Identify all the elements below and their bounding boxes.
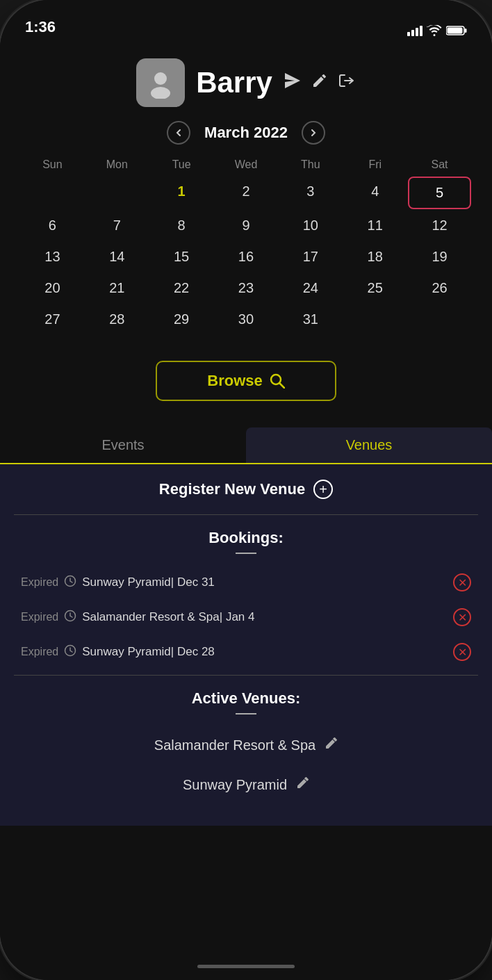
cal-cell[interactable]: 15 bbox=[150, 242, 213, 272]
status-time: 1:36 bbox=[25, 18, 56, 36]
status-icons bbox=[407, 25, 467, 36]
cal-cell[interactable]: 24 bbox=[279, 273, 342, 303]
cal-cell[interactable] bbox=[85, 177, 149, 209]
booking-item-1: Expired Sunway Pyramid| Dec 31 ✕ bbox=[0, 565, 492, 600]
booking-1-name: Sunway Pyramid| Dec 31 bbox=[82, 575, 448, 589]
bookings-section: Bookings: Expired Sunway Pyramid| Dec 31… bbox=[0, 515, 492, 669]
venue-2-edit-icon[interactable] bbox=[295, 776, 309, 794]
day-header-thu: Thu bbox=[279, 154, 342, 175]
calendar-title: March 2022 bbox=[204, 124, 288, 142]
cal-cell[interactable]: 4 bbox=[343, 177, 407, 209]
profile-icons bbox=[284, 72, 356, 94]
day-header-tue: Tue bbox=[150, 154, 213, 175]
register-venue-label: Register New Venue bbox=[159, 480, 305, 498]
cal-cell[interactable]: 30 bbox=[215, 304, 278, 334]
svg-line-6 bbox=[279, 384, 284, 389]
cal-cell[interactable]: 11 bbox=[343, 211, 407, 240]
cal-cell[interactable]: 7 bbox=[85, 211, 149, 240]
booking-2-name: Salamander Resort & Spa| Jan 4 bbox=[82, 610, 448, 624]
booking-1-status: Expired bbox=[21, 576, 58, 589]
home-bar-line bbox=[197, 965, 295, 968]
tab-venues[interactable]: Venues bbox=[246, 427, 492, 463]
register-venue-plus-icon: + bbox=[313, 480, 333, 499]
venue-1-name: Salamander Resort & Spa bbox=[154, 737, 315, 753]
home-bar bbox=[0, 952, 492, 980]
next-month-button[interactable] bbox=[302, 121, 325, 145]
booking-1-remove-button[interactable]: ✕ bbox=[453, 573, 471, 591]
day-header-sat: Sat bbox=[408, 154, 471, 175]
search-icon bbox=[270, 373, 285, 389]
cal-cell[interactable]: 8 bbox=[150, 211, 213, 240]
cal-cell[interactable]: 1 bbox=[150, 177, 213, 209]
booking-item-2: Expired Salamander Resort & Spa| Jan 4 ✕ bbox=[0, 600, 492, 635]
cal-cell[interactable]: 19 bbox=[408, 242, 471, 272]
cal-cell[interactable]: 18 bbox=[343, 242, 407, 272]
prev-month-button[interactable] bbox=[167, 121, 190, 145]
cal-cell[interactable]: 31 bbox=[279, 304, 342, 334]
active-venues-title: Active Venues: bbox=[0, 676, 492, 710]
browse-label: Browse bbox=[207, 372, 262, 390]
day-header-mon: Mon bbox=[85, 154, 149, 175]
cal-cell[interactable]: 3 bbox=[279, 177, 342, 209]
phone-frame: 1:36 bbox=[0, 0, 492, 980]
booking-2-status: Expired bbox=[21, 611, 58, 623]
venue-item-1: Salamander Resort & Spa bbox=[0, 726, 492, 765]
status-bar: 1:36 bbox=[0, 0, 492, 42]
cal-cell[interactable] bbox=[21, 177, 84, 209]
cal-cell[interactable]: 22 bbox=[150, 273, 213, 303]
venue-1-edit-icon[interactable] bbox=[324, 737, 338, 754]
send-icon[interactable] bbox=[284, 72, 302, 94]
tab-bar: Events Venues bbox=[0, 427, 492, 464]
cal-cell[interactable]: 14 bbox=[85, 242, 149, 272]
cal-cell[interactable]: 28 bbox=[85, 304, 149, 334]
cal-cell[interactable]: 26 bbox=[408, 273, 471, 303]
browse-button[interactable]: Browse bbox=[156, 361, 336, 401]
booking-2-remove-button[interactable]: ✕ bbox=[453, 608, 471, 626]
day-header-wed: Wed bbox=[215, 154, 278, 175]
cal-cell[interactable]: 10 bbox=[279, 211, 342, 240]
cal-cell[interactable]: 9 bbox=[215, 211, 278, 240]
cal-cell[interactable]: 25 bbox=[343, 273, 407, 303]
svg-point-4 bbox=[151, 87, 170, 99]
tab-events[interactable]: Events bbox=[0, 427, 246, 463]
venue-item-2: Sunway Pyramid bbox=[0, 765, 492, 805]
calendar: March 2022 Sun Mon Tue Wed Thu Fri Sat 1… bbox=[0, 121, 492, 334]
booking-3-clock-icon bbox=[64, 644, 76, 660]
logout-icon[interactable] bbox=[338, 72, 356, 94]
cal-cell[interactable]: 2 bbox=[215, 177, 278, 209]
cal-cell[interactable]: 20 bbox=[21, 273, 84, 303]
register-venue-section[interactable]: Register New Venue + bbox=[0, 464, 492, 514]
day-header-fri: Fri bbox=[343, 154, 407, 175]
main-scroll: Barry bbox=[0, 42, 492, 952]
active-venues-section: Active Venues: Salamander Resort & Spa S… bbox=[0, 676, 492, 826]
cal-cell[interactable] bbox=[343, 304, 407, 334]
profile-section: Barry bbox=[0, 42, 492, 121]
cal-cell[interactable]: 16 bbox=[215, 242, 278, 272]
svg-rect-2 bbox=[448, 28, 463, 34]
tab-events-label: Events bbox=[101, 437, 144, 452]
booking-item-3: Expired Sunway Pyramid| Dec 28 ✕ bbox=[0, 635, 492, 669]
cal-cell[interactable]: 12 bbox=[408, 211, 471, 240]
active-venues-underline bbox=[236, 713, 256, 714]
cal-cell[interactable]: 13 bbox=[21, 242, 84, 272]
cal-cell[interactable]: 23 bbox=[215, 273, 278, 303]
svg-rect-1 bbox=[465, 28, 467, 33]
calendar-grid: Sun Mon Tue Wed Thu Fri Sat 123456789101… bbox=[21, 154, 471, 334]
browse-section: Browse bbox=[0, 345, 492, 416]
bookings-title: Bookings: bbox=[0, 515, 492, 550]
cal-cell[interactable]: 6 bbox=[21, 211, 84, 240]
booking-3-name: Sunway Pyramid| Dec 28 bbox=[82, 645, 448, 659]
cal-cell[interactable] bbox=[408, 304, 471, 334]
battery-icon bbox=[446, 25, 467, 36]
booking-3-remove-button[interactable]: ✕ bbox=[453, 643, 471, 661]
cal-cell[interactable]: 5 bbox=[408, 177, 471, 209]
wifi-icon bbox=[427, 25, 442, 36]
signal-icon bbox=[407, 26, 423, 36]
cal-cell[interactable]: 29 bbox=[150, 304, 213, 334]
edit-icon[interactable] bbox=[311, 72, 328, 93]
cal-cell[interactable]: 17 bbox=[279, 242, 342, 272]
cal-cell[interactable]: 21 bbox=[85, 273, 149, 303]
booking-2-clock-icon bbox=[64, 610, 76, 626]
svg-point-3 bbox=[154, 72, 167, 85]
cal-cell[interactable]: 27 bbox=[21, 304, 84, 334]
